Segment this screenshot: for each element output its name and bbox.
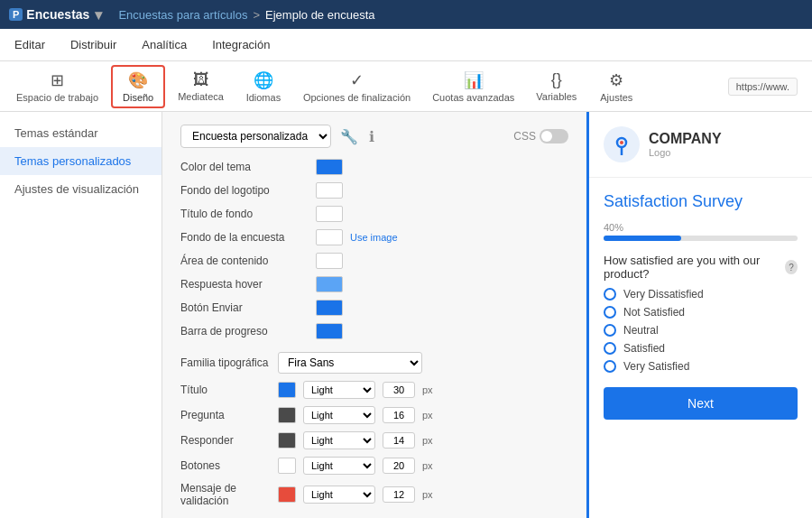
radio-circle-4: [604, 342, 616, 355]
font-weight-validacion[interactable]: Light: [303, 486, 375, 504]
toolbar-diseno[interactable]: 🎨 Diseño: [111, 65, 165, 108]
menu-item-analitica[interactable]: Analítica: [138, 31, 190, 59]
font-color-titulo[interactable]: [278, 382, 296, 398]
sidebar-item-custom[interactable]: Temas personalizados: [0, 147, 161, 175]
toolbar-cuotas-label: Cuotas avanzadas: [432, 92, 514, 103]
radio-circle-1: [604, 288, 616, 301]
font-row-validacion: Mensaje de validación Light px: [180, 482, 568, 507]
option-1: Very Dissatisfied: [623, 288, 704, 301]
font-px-pregunta: px: [422, 410, 433, 421]
prop-barra-progreso: Barra de progreso: [180, 323, 568, 339]
font-weight-responder[interactable]: Light: [303, 431, 375, 449]
toolbar-ajustes[interactable]: ⚙ Ajustes: [589, 67, 643, 106]
use-image-button[interactable]: Use image: [350, 232, 398, 243]
font-family-select[interactable]: Fira Sans: [278, 352, 422, 374]
info-icon[interactable]: ℹ: [367, 126, 376, 147]
top-bar: P Encuestas ▾ Encuestas para artículos >…: [0, 0, 812, 29]
font-px-titulo: px: [422, 384, 433, 395]
design-content: Encuesta personalizada 🔧 ℹ CSS Color del…: [162, 112, 586, 518]
color-swatch-barra-progreso[interactable]: [316, 323, 343, 339]
color-swatch-boton-enviar[interactable]: [316, 300, 343, 316]
css-toggle-row: CSS: [513, 129, 568, 143]
quotas-icon: 📊: [464, 70, 484, 90]
font-px-botones: px: [422, 460, 433, 471]
prop-titulo-fondo: Título de fondo: [180, 206, 568, 222]
dropdown-arrow-icon[interactable]: ▾: [95, 6, 102, 23]
color-swatch-fondo-encuesta[interactable]: [316, 229, 343, 245]
toolbar-espacio[interactable]: ⊞ Espacio de trabajo: [7, 67, 107, 106]
prop-label-barra-progreso: Barra de progreso: [180, 325, 316, 338]
design-icon: 🎨: [128, 70, 148, 90]
toolbar-cuotas[interactable]: 📊 Cuotas avanzadas: [423, 67, 523, 106]
prop-fondo-encuesta: Fondo de la encuesta Use image: [180, 229, 568, 245]
color-swatch-titulo-fondo[interactable]: [316, 206, 343, 222]
prop-label-fondo-logo: Fondo del logotipo: [180, 184, 316, 197]
question-text: How satisfied are you with our product?: [604, 254, 780, 281]
font-size-responder[interactable]: [383, 432, 415, 449]
menu-item-distribuir[interactable]: Distribuir: [67, 31, 120, 59]
font-size-botones[interactable]: [383, 458, 415, 474]
toolbar-variables-label: Variables: [536, 91, 577, 102]
radio-circle-3: [604, 324, 616, 337]
font-color-responder[interactable]: [278, 432, 296, 449]
css-label: CSS: [513, 130, 536, 143]
font-size-pregunta[interactable]: [383, 407, 415, 423]
toolbar-mediateca[interactable]: 🖼 Mediateca: [169, 67, 233, 106]
font-size-validacion[interactable]: [383, 486, 415, 503]
font-row-botones-label: Botones: [180, 459, 271, 472]
prop-respuesta-hover: Respuesta hover: [180, 276, 568, 292]
menu-item-integracion[interactable]: Integración: [208, 31, 273, 59]
font-weight-botones[interactable]: Light: [303, 457, 375, 475]
font-px-responder: px: [422, 435, 433, 446]
wrench-icon[interactable]: 🔧: [338, 126, 360, 147]
radio-very-dissatisfied[interactable]: Very Dissatisfied: [604, 288, 798, 301]
font-row-validacion-label: Mensaje de validación: [180, 482, 271, 507]
settings-icon: ⚙: [609, 70, 623, 90]
progress-label: 40%: [604, 222, 798, 233]
toolbar-ajustes-label: Ajustes: [600, 92, 632, 103]
company-logo-icon: [604, 126, 640, 162]
font-color-botones[interactable]: [278, 458, 296, 474]
toolbar-idiomas[interactable]: 🌐 Idiomas: [236, 67, 291, 106]
sidebar-item-display[interactable]: Ajustes de visualización: [0, 175, 161, 203]
svg-point-2: [620, 141, 623, 144]
sidebar: Temas estándar Temas personalizados Ajus…: [0, 112, 162, 518]
prop-label-respuesta-hover: Respuesta hover: [180, 278, 316, 291]
font-row-pregunta-label: Pregunta: [180, 409, 271, 421]
prop-area-contenido: Área de contenido: [180, 253, 568, 269]
color-swatch-tema[interactable]: [316, 159, 343, 175]
breadcrumb-link[interactable]: Encuestas para artículos: [118, 8, 247, 22]
css-toggle-switch[interactable]: [540, 129, 568, 143]
radio-satisfied[interactable]: Satisfied: [604, 342, 798, 355]
preview-body: Satisfaction Survey 40% How satisfied ar…: [589, 178, 812, 434]
toolbar-idiomas-label: Idiomas: [246, 92, 281, 103]
font-color-validacion[interactable]: [278, 486, 296, 503]
radio-not-satisfied[interactable]: Not Satisfied: [604, 306, 798, 319]
font-weight-titulo[interactable]: Light: [303, 381, 375, 399]
next-button[interactable]: Next: [604, 387, 798, 420]
option-2: Not Satisfied: [623, 306, 685, 319]
font-row-titulo: Título Light px: [180, 381, 568, 399]
help-icon: ?: [785, 260, 798, 274]
question-label: How satisfied are you with our product? …: [604, 254, 798, 281]
menu-item-editar[interactable]: Editar: [11, 31, 49, 59]
font-size-titulo[interactable]: [383, 382, 415, 398]
color-swatch-fondo-logo[interactable]: [316, 182, 343, 199]
toolbar-variables[interactable]: {} Variables: [527, 67, 586, 106]
color-swatch-respuesta-hover[interactable]: [316, 276, 343, 292]
font-color-pregunta[interactable]: [278, 407, 296, 423]
prop-label-area-contenido: Área de contenido: [180, 254, 316, 267]
toolbar-opciones[interactable]: ✓ Opciones de finalización: [294, 67, 420, 106]
sidebar-item-standard[interactable]: Temas estándar: [0, 119, 161, 147]
radio-very-satisfied[interactable]: Very Satisfied: [604, 360, 798, 373]
font-weight-pregunta[interactable]: Light: [303, 406, 375, 424]
toolbar-espacio-label: Espacio de trabajo: [16, 92, 98, 103]
workspace-icon: ⊞: [51, 70, 64, 90]
prop-boton-enviar: Botón Enviar: [180, 300, 568, 316]
radio-circle-5: [604, 360, 616, 373]
color-swatch-area-contenido[interactable]: [316, 253, 343, 269]
theme-select[interactable]: Encuesta personalizada: [180, 125, 331, 148]
radio-neutral[interactable]: Neutral: [604, 324, 798, 337]
option-3: Neutral: [623, 324, 659, 337]
toolbar-opciones-label: Opciones de finalización: [303, 92, 411, 103]
